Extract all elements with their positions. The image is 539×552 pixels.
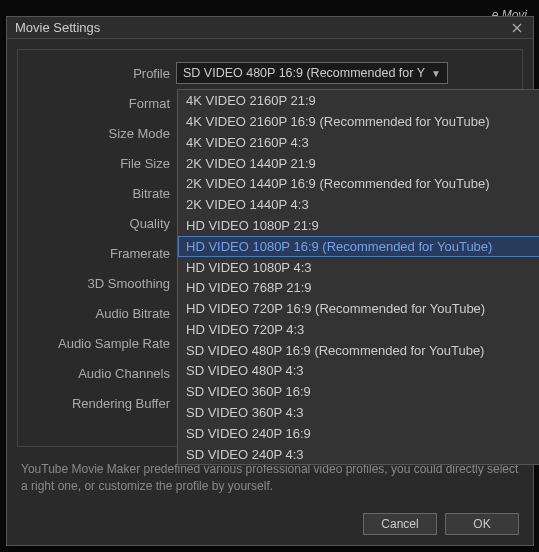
- label-profile: Profile: [28, 66, 176, 81]
- label-audio-channels: Audio Channels: [28, 366, 176, 381]
- label-format: Format: [28, 96, 176, 111]
- row-profile: Profile SD VIDEO 480P 16:9 (Recommended …: [28, 58, 512, 88]
- dropdown-option[interactable]: SD VIDEO 480P 16:9 (Recommended for YouT…: [178, 340, 539, 361]
- dialog-content: Profile SD VIDEO 480P 16:9 (Recommended …: [7, 39, 533, 545]
- label-bitrate: Bitrate: [28, 186, 176, 201]
- ok-button[interactable]: OK: [445, 513, 519, 535]
- dropdown-option[interactable]: HD VIDEO 1080P 21:9: [178, 215, 539, 236]
- label-rendering-buffer: Rendering Buffer: [28, 396, 176, 411]
- chevron-down-icon: ▼: [431, 68, 441, 79]
- dropdown-option[interactable]: HD VIDEO 720P 4:3: [178, 319, 539, 340]
- label-framerate: Framerate: [28, 246, 176, 261]
- button-row: Cancel OK: [17, 513, 523, 535]
- profile-select[interactable]: SD VIDEO 480P 16:9 (Recommended for Y ▼: [176, 62, 448, 84]
- dropdown-option[interactable]: 2K VIDEO 1440P 21:9: [178, 153, 539, 174]
- dropdown-option[interactable]: SD VIDEO 240P 4:3: [178, 444, 539, 465]
- dropdown-option[interactable]: 2K VIDEO 1440P 4:3: [178, 194, 539, 215]
- profile-select-value: SD VIDEO 480P 16:9 (Recommended for Y: [183, 66, 431, 80]
- label-3d-smoothing: 3D Smoothing: [28, 276, 176, 291]
- dropdown-option[interactable]: SD VIDEO 360P 16:9: [178, 381, 539, 402]
- dropdown-option[interactable]: 4K VIDEO 2160P 21:9: [178, 90, 539, 111]
- dropdown-option[interactable]: HD VIDEO 1080P 16:9 (Recommended for You…: [178, 236, 539, 257]
- close-icon[interactable]: [509, 20, 525, 36]
- titlebar: Movie Settings: [7, 17, 533, 39]
- movie-settings-dialog: Movie Settings Profile SD VIDEO 480P 16:…: [6, 16, 534, 546]
- dropdown-option[interactable]: 4K VIDEO 2160P 16:9 (Recommended for You…: [178, 111, 539, 132]
- label-quality: Quality: [28, 216, 176, 231]
- label-size-mode: Size Mode: [28, 126, 176, 141]
- dropdown-option[interactable]: 2K VIDEO 1440P 16:9 (Recommended for You…: [178, 174, 539, 195]
- label-file-size: File Size: [28, 156, 176, 171]
- description-text: YouTube Movie Maker predefined various p…: [17, 461, 523, 495]
- dropdown-option[interactable]: SD VIDEO 240P 16:9: [178, 423, 539, 444]
- dropdown-option[interactable]: HD VIDEO 768P 21:9: [178, 277, 539, 298]
- label-audio-sample-rate: Audio Sample Rate: [28, 336, 176, 351]
- dialog-title: Movie Settings: [15, 20, 509, 35]
- label-audio-bitrate: Audio Bitrate: [28, 306, 176, 321]
- dropdown-option[interactable]: HD VIDEO 1080P 4:3: [178, 257, 539, 278]
- dropdown-option[interactable]: HD VIDEO 720P 16:9 (Recommended for YouT…: [178, 298, 539, 319]
- dropdown-option[interactable]: SD VIDEO 480P 4:3: [178, 361, 539, 382]
- dropdown-option[interactable]: 4K VIDEO 2160P 4:3: [178, 132, 539, 153]
- profile-dropdown-list[interactable]: 4K VIDEO 2160P 21:94K VIDEO 2160P 16:9 (…: [177, 89, 539, 465]
- dropdown-option[interactable]: SD VIDEO 360P 4:3: [178, 402, 539, 423]
- form-panel: Profile SD VIDEO 480P 16:9 (Recommended …: [17, 49, 523, 447]
- cancel-button[interactable]: Cancel: [363, 513, 437, 535]
